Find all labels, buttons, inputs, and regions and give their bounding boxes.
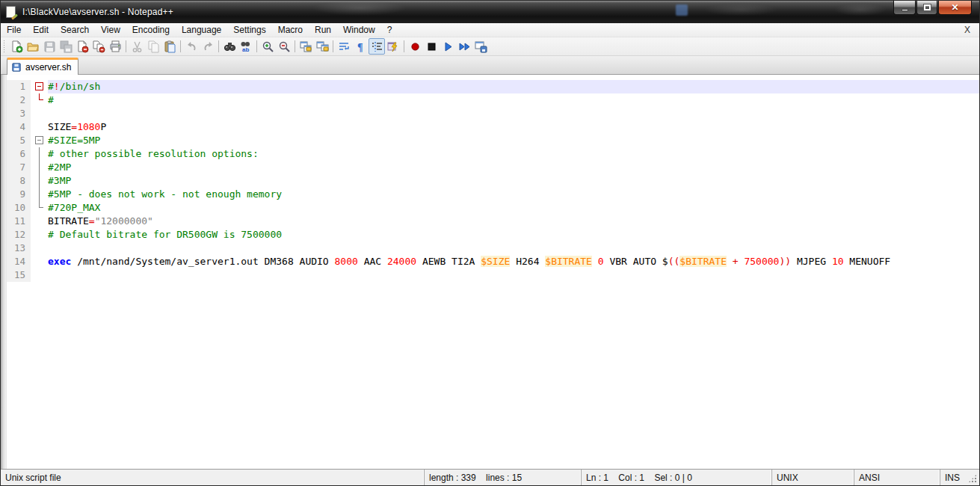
code-line-1[interactable]: 1#!/bin/sh — [7, 80, 979, 93]
title-bar[interactable]: I:\BlackVue\avserver.sh - Notepad++ ✕ — [1, 1, 979, 23]
menu-item-search[interactable]: Search — [55, 23, 95, 37]
line-number: 5 — [7, 134, 31, 147]
toolbar-separator — [295, 40, 295, 52]
code-line-7[interactable]: 7#2MP — [7, 161, 979, 174]
line-number: 6 — [7, 147, 31, 161]
cut-button[interactable] — [129, 38, 145, 55]
replace-icon: ab — [240, 40, 253, 53]
notepad-plus-plus-window: I:\BlackVue\avserver.sh - Notepad++ ✕ Fi… — [0, 0, 980, 486]
menu-close-button[interactable]: X — [961, 23, 973, 37]
code-text: #!/bin/sh — [48, 80, 979, 93]
paste-button[interactable] — [161, 38, 178, 55]
save-macro-button[interactable] — [472, 38, 489, 55]
line-number: 11 — [7, 215, 31, 228]
code-line-5[interactable]: 5#SIZE=5MP — [7, 134, 979, 147]
status-bar: Unix script file length : 339 lines : 15… — [1, 469, 979, 485]
close-all-icon — [93, 40, 105, 53]
sync-horizontal-scroll-button[interactable] — [314, 38, 330, 55]
menu-item-macro[interactable]: Macro — [272, 23, 309, 37]
menu-item-language[interactable]: Language — [176, 23, 227, 37]
code-area[interactable]: 1#!/bin/sh2#34SIZE=1080P5#SIZE=5MP6# oth… — [7, 75, 979, 469]
menu-item-encoding[interactable]: Encoding — [126, 23, 176, 37]
new-file-icon — [10, 40, 23, 53]
fold-margin-marker — [31, 147, 48, 161]
status-encoding[interactable]: ANSI — [854, 470, 940, 485]
save-all-button[interactable] — [58, 38, 74, 55]
close-file-button[interactable] — [74, 38, 90, 55]
run-macro-multiple-icon — [458, 40, 471, 53]
code-line-3[interactable]: 3 — [7, 107, 979, 120]
code-line-4[interactable]: 4SIZE=1080P — [7, 120, 979, 134]
menu-item-file[interactable]: File — [1, 23, 27, 37]
glass-reflection — [676, 4, 688, 16]
save-macro-icon — [475, 40, 487, 53]
play-macro-button[interactable] — [440, 38, 456, 55]
menu-item-run[interactable]: Run — [309, 23, 337, 37]
code-text — [48, 107, 979, 120]
word-wrap-button[interactable] — [336, 38, 352, 55]
new-file-button[interactable] — [8, 38, 25, 55]
svg-text:ab: ab — [242, 46, 249, 53]
editor-pane[interactable]: 1#!/bin/sh2#34SIZE=1080P5#SIZE=5MP6# oth… — [1, 75, 979, 469]
show-indent-guide-button[interactable] — [369, 38, 385, 55]
code-line-9[interactable]: 9#5MP - does not work - not enough memor… — [7, 188, 979, 201]
line-number: 13 — [7, 242, 31, 255]
close-button[interactable]: ✕ — [938, 1, 972, 15]
zoom-out-button[interactable] — [276, 38, 292, 55]
save-file-button[interactable] — [41, 38, 58, 55]
minimize-button[interactable] — [893, 1, 916, 15]
sync-vertical-scroll-icon — [300, 40, 312, 53]
svg-text:¶: ¶ — [357, 42, 363, 53]
zoom-out-icon — [278, 40, 291, 53]
code-line-12[interactable]: 12# Default bitrate for DR500GW is 75000… — [7, 228, 979, 242]
fold-margin-marker — [31, 93, 48, 107]
zoom-in-button[interactable] — [259, 38, 276, 55]
show-all-characters-button[interactable]: ¶ — [352, 38, 369, 55]
stop-macro-icon — [425, 40, 438, 53]
find-button[interactable] — [221, 38, 238, 55]
tab-avserver-sh[interactable]: avserver.sh — [7, 58, 78, 75]
status-length-lines: length : 339 lines : 15 — [424, 470, 581, 485]
undo-button[interactable] — [183, 38, 200, 55]
menu-item-settings[interactable]: Settings — [227, 23, 271, 37]
menu-item-view[interactable]: View — [95, 23, 126, 37]
print-button[interactable] — [107, 38, 123, 55]
menu-item-window[interactable]: Window — [337, 23, 381, 37]
code-line-11[interactable]: 11BITRATE="12000000" — [7, 215, 979, 228]
caption-buttons: ✕ — [893, 1, 972, 15]
close-all-button[interactable] — [90, 38, 107, 55]
notepad-plus-plus-icon — [5, 6, 18, 19]
toolbar: ab¶ — [1, 37, 979, 56]
print-icon — [109, 40, 122, 53]
sync-horizontal-scroll-icon — [316, 40, 329, 53]
code-line-14[interactable]: 14exec /mnt/nand/System/av_server1.out D… — [7, 255, 979, 268]
sync-vertical-scroll-button[interactable] — [298, 38, 314, 55]
status-eol-format[interactable]: UNIX — [771, 470, 854, 485]
stop-macro-button[interactable] — [423, 38, 440, 55]
code-line-8[interactable]: 8#3MP — [7, 174, 979, 188]
fold-margin-marker[interactable] — [31, 80, 48, 93]
code-line-10[interactable]: 10#720P_MAX — [7, 201, 979, 215]
code-line-6[interactable]: 6# other possible resolution options: — [7, 147, 979, 161]
replace-button[interactable]: ab — [238, 38, 254, 55]
code-line-15[interactable]: 15 — [7, 268, 979, 282]
code-text — [48, 268, 979, 282]
code-line-13[interactable]: 13 — [7, 242, 979, 255]
menu-item-edit[interactable]: Edit — [27, 23, 55, 37]
menu-item-help[interactable]: ? — [381, 23, 398, 37]
find-icon — [224, 40, 236, 53]
user-defined-dialog-button[interactable] — [385, 38, 401, 55]
fold-margin-marker — [31, 188, 48, 201]
toolbar-separator — [180, 40, 181, 52]
copy-button[interactable] — [145, 38, 161, 55]
toolbar-grip[interactable] — [3, 40, 6, 53]
maximize-button[interactable] — [916, 1, 937, 15]
record-macro-button[interactable] — [407, 38, 423, 55]
fold-margin — [31, 107, 48, 120]
run-macro-multiple-button[interactable] — [456, 38, 472, 55]
open-file-button[interactable] — [25, 38, 41, 55]
code-line-2[interactable]: 2# — [7, 93, 979, 107]
redo-button[interactable] — [200, 38, 216, 55]
fold-margin — [31, 268, 48, 282]
fold-margin-marker[interactable] — [31, 134, 48, 147]
